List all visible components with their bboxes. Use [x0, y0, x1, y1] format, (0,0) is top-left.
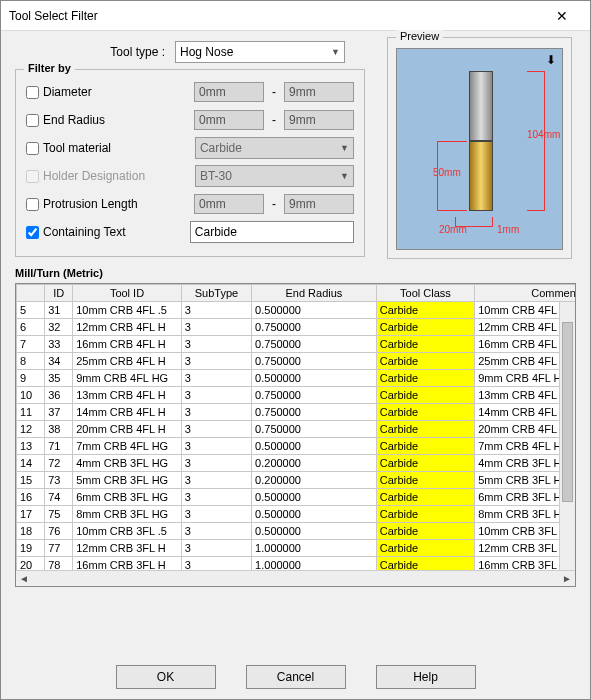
toolmaterial-select[interactable]: Carbide ▼ — [195, 137, 354, 159]
table-header-row: ID Tool ID SubType End Radius Tool Class… — [17, 285, 576, 302]
cell-toolid: 14mm CRB 4FL H — [73, 404, 182, 421]
table-row[interactable]: 73316mm CRB 4FL H30.750000Carbide16mm CR… — [17, 336, 576, 353]
protrusion-max-input[interactable] — [284, 194, 354, 214]
tooltype-select[interactable]: Hog Nose ▼ — [175, 41, 345, 63]
cell-toolid: 13mm CRB 4FL H — [73, 387, 182, 404]
dim-overall-line — [527, 71, 545, 211]
tool-indicator-icon: ⬇ — [546, 53, 556, 67]
table-row[interactable]: 83425mm CRB 4FL H30.750000Carbide25mm CR… — [17, 353, 576, 370]
range-dash: - — [272, 85, 276, 99]
tool-shaft — [469, 71, 493, 141]
cell-rownum: 16 — [17, 489, 45, 506]
protrusion-checkbox[interactable] — [26, 198, 39, 211]
diameter-checkbox[interactable] — [26, 86, 39, 99]
ok-button[interactable]: OK — [116, 665, 216, 689]
cell-endradius: 0.750000 — [252, 387, 377, 404]
table-row[interactable]: 16746mm CRB 3FL HG30.500000Carbide6mm CR… — [17, 489, 576, 506]
dim-width: 20mm — [439, 224, 467, 235]
table-row[interactable]: 17758mm CRB 3FL HG30.500000Carbide8mm CR… — [17, 506, 576, 523]
col-toolclass[interactable]: Tool Class — [376, 285, 474, 302]
endradius-max-input[interactable] — [284, 110, 354, 130]
table-row[interactable]: 15735mm CRB 3FL HG30.200000Carbide5mm CR… — [17, 472, 576, 489]
help-button[interactable]: Help — [376, 665, 476, 689]
vertical-scrollbar[interactable] — [559, 302, 575, 570]
cell-rownum: 19 — [17, 540, 45, 557]
col-toolid[interactable]: Tool ID — [73, 285, 182, 302]
diameter-min-input[interactable] — [194, 82, 264, 102]
table-row[interactable]: 187610mm CRB 3FL .530.500000Carbide10mm … — [17, 523, 576, 540]
table-row[interactable]: 9359mm CRB 4FL HG30.500000Carbide9mm CRB… — [17, 370, 576, 387]
dim-overall: 104mm — [527, 129, 560, 140]
preview-canvas: ⬇ 50mm 104mm 20mm 1mm — [396, 48, 563, 250]
containing-checkbox[interactable] — [26, 226, 39, 239]
table-row[interactable]: 53110mm CRB 4FL .530.500000Carbide10mm C… — [17, 302, 576, 319]
cell-toolid: 10mm CRB 3FL .5 — [73, 523, 182, 540]
endradius-min-input[interactable] — [194, 110, 264, 130]
cell-toolid: 25mm CRB 4FL H — [73, 353, 182, 370]
cell-endradius: 0.750000 — [252, 319, 377, 336]
cell-subtype: 3 — [181, 438, 251, 455]
filterby-legend: Filter by — [24, 62, 75, 74]
cell-subtype: 3 — [181, 421, 251, 438]
cell-rownum: 10 — [17, 387, 45, 404]
diameter-max-input[interactable] — [284, 82, 354, 102]
chevron-down-icon: ▼ — [340, 171, 349, 181]
holder-checkbox — [26, 170, 39, 183]
table-row[interactable]: 123820mm CRB 4FL H30.750000Carbide20mm C… — [17, 421, 576, 438]
table-row[interactable]: 63212mm CRB 4FL H30.750000Carbide12mm CR… — [17, 319, 576, 336]
tool-flute — [469, 141, 493, 211]
toolmaterial-checkbox[interactable] — [26, 142, 39, 155]
toolmaterial-value: Carbide — [200, 141, 242, 155]
cell-rownum: 15 — [17, 472, 45, 489]
cell-toolid: 7mm CRB 4FL HG — [73, 438, 182, 455]
table-row[interactable]: 13717mm CRB 4FL HG30.500000Carbide7mm CR… — [17, 438, 576, 455]
cell-toolid: 6mm CRB 3FL HG — [73, 489, 182, 506]
table-row[interactable]: 103613mm CRB 4FL H30.750000Carbide13mm C… — [17, 387, 576, 404]
cell-id: 73 — [45, 472, 73, 489]
cell-toolclass: Carbide — [376, 421, 474, 438]
cell-toolclass: Carbide — [376, 353, 474, 370]
close-icon[interactable]: ✕ — [542, 8, 582, 24]
dim-tip: 1mm — [497, 224, 519, 235]
horizontal-scrollbar[interactable]: ◄ ► — [16, 570, 575, 586]
cell-toolid: 10mm CRB 4FL .5 — [73, 302, 182, 319]
cell-endradius: 0.500000 — [252, 370, 377, 387]
cell-rownum: 7 — [17, 336, 45, 353]
table-row[interactable]: 197712mm CRB 3FL H31.000000Carbide12mm C… — [17, 540, 576, 557]
window-title: Tool Select Filter — [9, 9, 542, 23]
scroll-right-icon[interactable]: ► — [559, 573, 575, 584]
cell-rownum: 8 — [17, 353, 45, 370]
cell-subtype: 3 — [181, 404, 251, 421]
table-row[interactable]: 14724mm CRB 3FL HG30.200000Carbide4mm CR… — [17, 455, 576, 472]
cell-toolclass: Carbide — [376, 336, 474, 353]
col-subtype[interactable]: SubType — [181, 285, 251, 302]
preview-legend: Preview — [396, 30, 443, 42]
endradius-checkbox[interactable] — [26, 114, 39, 127]
cell-toolclass: Carbide — [376, 438, 474, 455]
col-rownum[interactable] — [17, 285, 45, 302]
titlebar: Tool Select Filter ✕ — [1, 1, 590, 31]
cell-subtype: 3 — [181, 370, 251, 387]
chevron-down-icon: ▼ — [340, 143, 349, 153]
cell-toolclass: Carbide — [376, 523, 474, 540]
protrusion-min-input[interactable] — [194, 194, 264, 214]
cell-toolid: 16mm CRB 4FL H — [73, 336, 182, 353]
cell-endradius: 0.500000 — [252, 489, 377, 506]
containing-text-input[interactable] — [190, 221, 354, 243]
range-dash: - — [272, 113, 276, 127]
cell-endradius: 0.500000 — [252, 438, 377, 455]
cell-toolclass: Carbide — [376, 404, 474, 421]
col-endradius[interactable]: End Radius — [252, 285, 377, 302]
cell-subtype: 3 — [181, 302, 251, 319]
cell-id: 75 — [45, 506, 73, 523]
cell-id: 77 — [45, 540, 73, 557]
table-row[interactable]: 113714mm CRB 4FL H30.750000Carbide14mm C… — [17, 404, 576, 421]
scroll-left-icon[interactable]: ◄ — [16, 573, 32, 584]
cell-id: 33 — [45, 336, 73, 353]
col-id[interactable]: ID — [45, 285, 73, 302]
col-comment[interactable]: Comment — [475, 285, 575, 302]
cell-toolid: 12mm CRB 4FL H — [73, 319, 182, 336]
cancel-button[interactable]: Cancel — [246, 665, 346, 689]
cell-subtype: 3 — [181, 472, 251, 489]
cell-id: 74 — [45, 489, 73, 506]
